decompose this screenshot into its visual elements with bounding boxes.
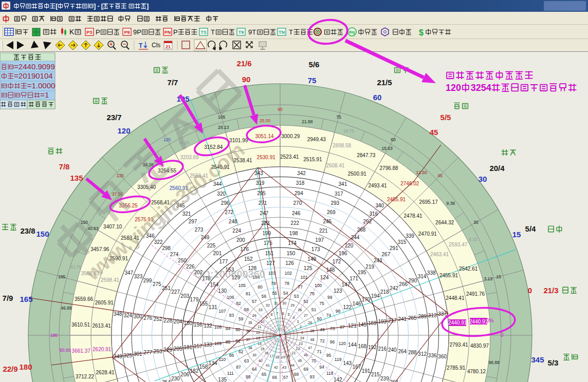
- svg-text:292: 292: [363, 219, 372, 224]
- svg-text:=1: =1: [40, 90, 49, 99]
- svg-text:272: 272: [225, 209, 233, 215]
- svg-text:82: 82: [236, 301, 241, 306]
- svg-text:105: 105: [238, 283, 246, 288]
- svg-text:325: 325: [123, 353, 132, 358]
- svg-text:15: 15: [261, 347, 265, 351]
- svg-text:123: 123: [334, 288, 342, 294]
- svg-text:176: 176: [240, 246, 249, 252]
- svg-text:338: 338: [427, 270, 436, 276]
- svg-text:PS: PS: [86, 30, 93, 35]
- svg-text:9: 9: [266, 316, 268, 319]
- svg-text:19: 19: [281, 355, 285, 359]
- svg-text:254: 254: [162, 379, 171, 382]
- svg-text:22/9: 22/9: [3, 365, 17, 373]
- svg-text:192: 192: [368, 345, 377, 350]
- svg-text:244: 244: [351, 235, 360, 240]
- svg-text:181: 181: [183, 345, 192, 350]
- svg-text:321: 321: [182, 211, 191, 217]
- svg-text:247: 247: [260, 211, 268, 216]
- svg-text:70: 70: [311, 358, 317, 364]
- svg-text:6: 6: [282, 312, 284, 315]
- svg-text:11: 11: [258, 325, 261, 329]
- svg-text:299: 299: [143, 278, 152, 283]
- svg-text:=20190104: =20190104: [14, 71, 53, 80]
- svg-text:148: 148: [326, 267, 335, 273]
- svg-text:38: 38: [248, 346, 252, 350]
- svg-text:61: 61: [235, 338, 241, 343]
- svg-text:58: 58: [244, 307, 249, 312]
- svg-text:230: 230: [171, 376, 180, 381]
- svg-text:266: 266: [399, 281, 408, 287]
- svg-text:16: 16: [265, 351, 269, 355]
- svg-text:151: 151: [265, 251, 274, 256]
- svg-text:41: 41: [266, 364, 270, 367]
- svg-text:P9: P9: [124, 30, 130, 35]
- svg-text:2440.91: 2440.91: [448, 320, 467, 326]
- svg-text:182: 182: [190, 368, 199, 374]
- svg-text:107: 107: [218, 309, 226, 314]
- svg-text:63: 63: [244, 358, 249, 364]
- svg-text:87: 87: [236, 365, 241, 370]
- svg-text:27: 27: [304, 314, 308, 317]
- svg-text:147: 147: [342, 282, 351, 288]
- svg-text:50.00: 50.00: [60, 348, 71, 353]
- svg-text:119: 119: [335, 357, 342, 362]
- svg-text:2493.41: 2493.41: [368, 183, 387, 188]
- svg-text:2448.41: 2448.41: [446, 295, 465, 301]
- svg-text:35: 35: [248, 321, 252, 324]
- svg-text:276: 276: [143, 315, 152, 321]
- svg-text:9T: 9T: [248, 28, 256, 36]
- svg-text:2542.61: 2542.61: [459, 266, 478, 272]
- svg-text:10: 10: [261, 320, 265, 323]
- svg-text:15: 15: [496, 274, 501, 279]
- svg-text:216: 216: [378, 346, 387, 352]
- svg-text:193: 193: [378, 319, 387, 324]
- svg-text:289: 289: [418, 314, 427, 319]
- svg-text:21.88: 21.88: [302, 119, 313, 124]
- svg-text:]: ]: [146, 3, 149, 10]
- svg-text:110: 110: [219, 357, 226, 362]
- svg-text:P: P: [173, 28, 178, 36]
- svg-text:101: 101: [301, 275, 308, 280]
- svg-text:267: 267: [382, 252, 391, 257]
- svg-text:4830.97: 4830.97: [470, 343, 489, 349]
- svg-text:275: 275: [153, 281, 161, 287]
- svg-text:7/8: 7/8: [59, 162, 70, 171]
- svg-text:2485.91: 2485.91: [387, 197, 406, 202]
- svg-text:33: 33: [259, 308, 263, 312]
- svg-text:314: 314: [418, 274, 427, 279]
- svg-text:174: 174: [288, 240, 297, 246]
- svg-text:146: 146: [353, 301, 361, 307]
- svg-text:150: 150: [36, 230, 49, 238]
- svg-text:90: 90: [278, 107, 283, 112]
- svg-text:TN: TN: [279, 30, 285, 35]
- svg-text:44: 44: [290, 364, 295, 367]
- svg-text:3051.14: 3051.14: [255, 133, 274, 139]
- svg-text:17: 17: [270, 354, 274, 358]
- svg-text:253: 253: [154, 349, 162, 354]
- svg-text:133: 133: [204, 342, 212, 348]
- svg-text:60: 60: [373, 93, 382, 102]
- svg-text:42: 42: [274, 366, 278, 369]
- svg-text:168: 168: [358, 343, 366, 349]
- svg-text:30: 30: [282, 301, 286, 305]
- svg-text:103: 103: [268, 271, 275, 276]
- svg-text:150: 150: [287, 251, 296, 256]
- svg-text:2470.91: 2470.91: [418, 231, 437, 237]
- svg-text:37: 37: [246, 338, 250, 341]
- svg-text:263: 263: [390, 379, 398, 382]
- svg-text:9.38: 9.38: [446, 201, 455, 206]
- svg-text:155: 155: [199, 301, 208, 307]
- svg-text:167: 167: [353, 364, 361, 370]
- svg-text:52: 52: [304, 299, 309, 304]
- svg-text:201: 201: [213, 251, 222, 256]
- svg-text:86: 86: [229, 353, 234, 358]
- svg-text:Cls: Cls: [152, 42, 160, 49]
- svg-text:2746.02: 2746.02: [400, 181, 419, 186]
- svg-text:25: 25: [310, 329, 315, 333]
- svg-text:75: 75: [308, 76, 317, 85]
- svg-text:26: 26: [308, 321, 312, 324]
- svg-text:4780.12: 4780.12: [467, 369, 486, 374]
- svg-text:336: 336: [428, 353, 437, 358]
- svg-text:7/9: 7/9: [3, 294, 13, 302]
